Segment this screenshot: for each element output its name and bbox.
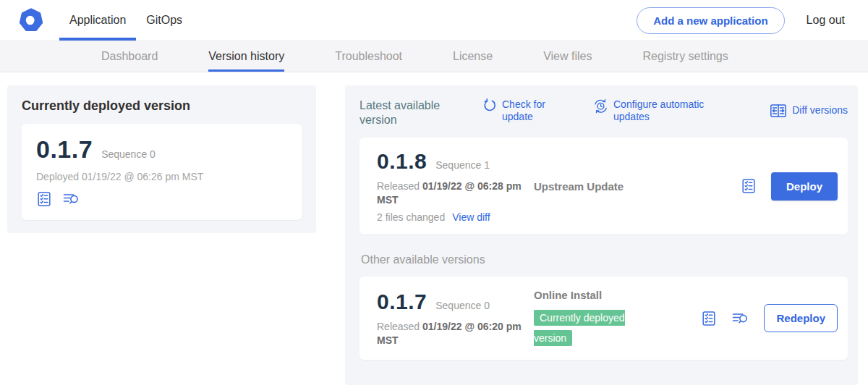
subnav-license[interactable]: License	[453, 41, 493, 72]
subnav-version-history[interactable]: Version history	[208, 41, 284, 72]
check-for-update-label: Check for update	[502, 98, 556, 123]
other-version-number: 0.1.7	[377, 290, 427, 314]
view-logs-icon[interactable]	[731, 311, 749, 326]
currently-deployed-card: 0.1.7 Sequence 0 Deployed 01/19/22 @ 06:…	[22, 124, 302, 220]
config-checklist-icon[interactable]	[701, 311, 717, 326]
version-actions: Check for update Configure automat	[482, 98, 848, 123]
app-logo[interactable]	[0, 0, 59, 41]
latest-available-title: Latest available version	[359, 98, 452, 127]
current-version-number: 0.1.7	[36, 135, 93, 164]
other-source-label: Online Install	[534, 289, 701, 301]
top-tabs: Application GitOps	[59, 0, 192, 41]
check-for-update-link[interactable]: Check for update	[482, 98, 556, 123]
current-deployed-timestamp: Deployed 01/19/22 @ 06:26 pm MST	[36, 171, 287, 182]
add-new-application-button[interactable]: Add a new application	[637, 7, 784, 34]
currently-deployed-badge: Currently deployed version	[534, 310, 625, 346]
tab-application-label: Application	[69, 14, 126, 27]
app-subnav: Dashboard Version history Troubleshoot L…	[0, 41, 868, 72]
tab-application[interactable]: Application	[59, 0, 136, 41]
currently-deployed-badge-wrap: Currently deployed version	[534, 308, 644, 348]
diff-versions-link[interactable]: Diff versions	[770, 98, 848, 123]
currently-deployed-panel: Currently deployed version 0.1.7 Sequenc…	[7, 85, 316, 233]
kots-logo-icon	[19, 8, 43, 33]
subnav-version-history-label: Version history	[208, 50, 284, 63]
other-version-card: 0.1.7 Sequence 0 Released 01/19/22 @ 06:…	[359, 277, 848, 360]
tab-gitops-label: GitOps	[146, 14, 182, 27]
subnav-registry-settings-label: Registry settings	[642, 50, 728, 63]
diff-versions-label: Diff versions	[792, 104, 848, 117]
subnav-troubleshoot-label: Troubleshoot	[335, 50, 402, 63]
latest-source-label: Upstream Update	[534, 180, 741, 193]
redeploy-button[interactable]: Redeploy	[764, 304, 838, 332]
view-logs-icon[interactable]	[62, 191, 80, 207]
top-bar: Application GitOps Add a new application…	[0, 0, 868, 41]
released-label: Released	[377, 180, 422, 192]
subnav-troubleshoot[interactable]: Troubleshoot	[335, 41, 402, 72]
available-versions-panel: Latest available version Check for updat…	[345, 85, 858, 385]
subnav-license-label: License	[453, 50, 493, 63]
other-released-timestamp: Released 01/19/22 @ 06:20 pm MST	[377, 320, 522, 347]
view-diff-link[interactable]: View diff	[452, 211, 490, 223]
configure-automatic-updates-label: Configure automatic updates	[613, 98, 719, 123]
latest-version-header: Latest available version Check for updat…	[359, 98, 848, 127]
tab-gitops[interactable]: GitOps	[136, 0, 192, 41]
other-sequence-label: Sequence 0	[435, 300, 490, 311]
latest-version-number: 0.1.8	[377, 149, 427, 174]
main-content: Currently deployed version 0.1.7 Sequenc…	[0, 72, 868, 385]
subnav-dashboard[interactable]: Dashboard	[101, 41, 158, 72]
subnav-dashboard-label: Dashboard	[101, 50, 158, 63]
config-checklist-icon[interactable]	[741, 178, 757, 194]
deploy-button[interactable]: Deploy	[771, 172, 838, 201]
latest-sequence-label: Sequence 1	[435, 159, 490, 171]
other-available-versions-title: Other available versions	[361, 253, 848, 266]
currently-deployed-title: Currently deployed version	[22, 98, 302, 114]
configure-automatic-updates-link[interactable]: Configure automatic updates	[593, 98, 719, 123]
latest-version-card: 0.1.8 Sequence 1 Released 01/19/22 @ 06:…	[359, 138, 848, 235]
latest-released-timestamp: Released 01/19/22 @ 06:28 pm MST	[377, 180, 522, 207]
config-checklist-icon[interactable]	[36, 191, 52, 207]
diff-icon	[770, 104, 787, 118]
files-changed-label: 2 files changed	[377, 211, 445, 223]
subnav-registry-settings[interactable]: Registry settings	[642, 41, 728, 72]
current-sequence-label: Sequence 0	[101, 148, 156, 160]
released-label: Released	[377, 321, 422, 332]
subnav-view-files[interactable]: View files	[543, 41, 592, 72]
logout-link[interactable]: Log out	[807, 14, 845, 27]
schedule-update-icon	[593, 98, 608, 114]
refresh-icon	[482, 98, 497, 113]
subnav-view-files-label: View files	[543, 50, 592, 63]
topbar-right: Add a new application Log out	[637, 0, 868, 41]
